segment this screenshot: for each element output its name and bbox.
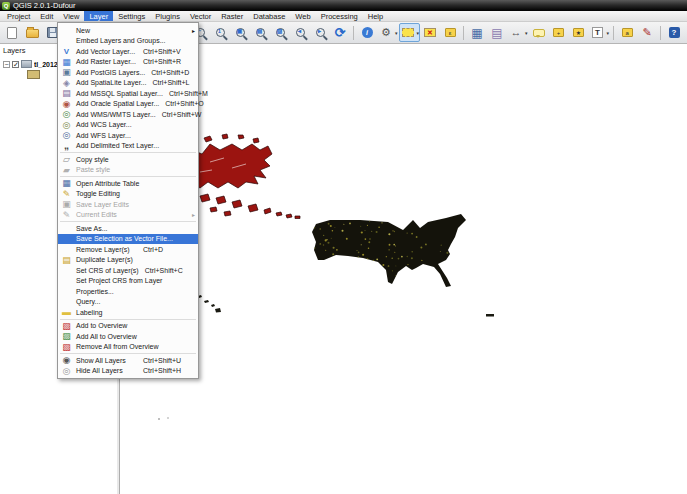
select-expression-icon: ε <box>445 28 456 37</box>
menubar-item-settings[interactable]: Settings <box>113 11 150 21</box>
map-tips-button[interactable] <box>529 23 549 42</box>
help-icon: ? <box>666 25 682 41</box>
menu-item-save-selection-as-vector-file[interactable]: Save Selection as Vector File... <box>58 234 198 245</box>
floppy-icon <box>47 27 58 38</box>
menu-item-hide-all-layers[interactable]: ◎Hide All LayersCtrl+Shift+H <box>58 366 198 377</box>
menu-item-open-attribute-table[interactable]: ▦Open Attribute Table <box>58 178 198 189</box>
contiguous-us-layer <box>312 214 466 287</box>
dropdown-caret-icon[interactable]: ▾ <box>417 30 420 36</box>
menu-item-labeling[interactable]: ▬Labeling <box>58 307 198 318</box>
magnifier-selection-icon-glyph: ▨ <box>277 28 283 34</box>
add-all-to-overview-icon: ▨ <box>60 331 73 341</box>
menubar-item-plugins[interactable]: Plugins <box>150 11 185 21</box>
dropdown-caret-icon[interactable]: ▾ <box>607 30 610 36</box>
menu-item-query[interactable]: Query... <box>58 297 198 308</box>
menubar-item-raster[interactable]: Raster <box>216 11 248 21</box>
menubar-item-layer[interactable]: Layer <box>84 11 113 21</box>
no-pen-icon: ✎ <box>642 27 651 38</box>
expand-collapse-icon[interactable]: − <box>3 61 10 68</box>
dropdown-caret-icon[interactable]: ▾ <box>525 30 528 36</box>
attribute-table-icon: ▦ <box>469 25 485 41</box>
show-all-layers-icon: ◉ <box>63 355 71 365</box>
menu-item-add-spatialite-layer[interactable]: ◈Add SpatiaLite Layer...Ctrl+Shift+L <box>58 78 198 89</box>
qgis-app-icon: Q <box>2 2 10 10</box>
menubar-item-project[interactable]: Project <box>2 11 35 21</box>
show-bookmarks-button[interactable]: ★ <box>569 23 589 42</box>
menu-item-embed-layers-and-groups[interactable]: Embed Layers and Groups... <box>58 36 198 47</box>
menu-item-add-all-to-overview[interactable]: ▨Add All to Overview <box>58 331 198 342</box>
select-by-expression-button[interactable]: ε <box>440 23 460 42</box>
menu-item-save-as[interactable]: Save As... <box>58 223 198 234</box>
menu-item-add-raster-layer[interactable]: ▦Add Raster Layer...Ctrl+Shift+R <box>58 57 198 68</box>
field-calculator-button[interactable]: ▤ <box>487 23 507 42</box>
menu-item-remove-layer-s[interactable]: Remove Layer(s)Ctrl+D <box>58 244 198 255</box>
menu-item-add-delimited-text-layer[interactable]: „Add Delimited Text Layer... <box>58 141 198 152</box>
menu-item-add-postgis-layers[interactable]: ▣Add PostGIS Layers...Ctrl+Shift+D <box>58 67 198 78</box>
dropdown-caret-icon[interactable]: ▾ <box>395 30 398 36</box>
menu-item-set-crs-of-layer-s[interactable]: Set CRS of Layer(s)Ctrl+Shift+C <box>58 265 198 276</box>
menu-item-shortcut: Ctrl+Shift+C <box>145 267 188 274</box>
menu-item-properties[interactable]: Properties... <box>58 286 198 297</box>
open-project-button[interactable] <box>22 23 42 42</box>
add-vector-layer-icon: V <box>60 46 73 56</box>
field-calculator-icon: ▤ <box>489 25 505 41</box>
add-to-overview-icon: ▧ <box>62 321 71 331</box>
menubar-item-help[interactable]: Help <box>363 11 388 21</box>
select-rectangle-icon <box>402 28 414 37</box>
magnifier-forward-icon: ▸ <box>316 28 325 37</box>
toggle-editing-icon: ✎ <box>60 189 73 199</box>
menu-item-label: Save As... <box>76 225 108 232</box>
select-features-rectangle-button[interactable]: ▾ <box>399 23 421 42</box>
menu-item-add-wfs-layer[interactable]: ◎Add WFS Layer... <box>58 130 198 141</box>
menubar-item-processing[interactable]: Processing <box>316 11 363 21</box>
menu-item-remove-all-from-overview[interactable]: ▧Remove All from Overview <box>58 342 198 353</box>
layer-symbology-swatch[interactable] <box>27 70 40 79</box>
labeling-button[interactable]: a <box>617 23 637 42</box>
menu-item-set-project-crs-from-layer[interactable]: Set Project CRS from Layer <box>58 276 198 287</box>
menu-item-duplicate-layer-s[interactable]: ▤Duplicate Layer(s) <box>58 255 198 266</box>
run-feature-action-button[interactable]: ⚙▾ <box>377 23 399 42</box>
help-contents-button[interactable]: ? <box>664 23 684 42</box>
menu-item-label: Duplicate Layer(s) <box>76 256 133 263</box>
menu-item-add-to-overview[interactable]: ▧Add to Overview <box>58 321 198 332</box>
zoom-actual-size-button[interactable]: 1 <box>210 23 230 42</box>
add-spatialite-layer-icon: ◈ <box>60 78 73 88</box>
zoom-last-button[interactable]: ◂ <box>290 23 310 42</box>
menu-item-label: Properties... <box>76 288 114 295</box>
zoom-to-selection-button[interactable]: ▨ <box>270 23 290 42</box>
menu-item-toggle-editing[interactable]: ✎Toggle Editing <box>58 189 198 200</box>
zoom-next-button[interactable]: ▸ <box>310 23 330 42</box>
menu-item-no-icon <box>60 223 73 233</box>
menubar-item-web[interactable]: Web <box>290 11 315 21</box>
menubar-item-edit[interactable]: Edit <box>35 11 58 21</box>
zoom-full-extent-button[interactable]: ▣ <box>230 23 250 42</box>
open-attribute-table-button[interactable]: ▦ <box>467 23 487 42</box>
menubar-item-database[interactable]: Database <box>248 11 290 21</box>
folder-icon <box>26 29 39 38</box>
menu-item-add-vector-layer[interactable]: VAdd Vector Layer...Ctrl+Shift+V <box>58 46 198 57</box>
menu-item-current-edits: ✎Current Edits▸ <box>58 210 198 221</box>
measure-button[interactable]: ↔▾ <box>507 23 529 42</box>
new-project-button[interactable] <box>2 23 22 42</box>
style-button[interactable]: ✎ <box>637 23 657 42</box>
deselect-all-button[interactable]: ✕ <box>420 23 440 42</box>
menu-item-add-oracle-spatial-layer[interactable]: ◉Add Oracle Spatial Layer...Ctrl+Shift+O <box>58 99 198 110</box>
menubar-item-vector[interactable]: Vector <box>185 11 216 21</box>
menu-item-show-all-layers[interactable]: ◉Show All LayersCtrl+Shift+U <box>58 355 198 366</box>
menu-item-add-wms-wmts-layer[interactable]: ◎Add WMS/WMTS Layer...Ctrl+Shift+W <box>58 109 198 120</box>
identify-features-button[interactable]: i <box>357 23 377 42</box>
zoom-to-layer-button[interactable]: ▤ <box>250 23 270 42</box>
menu-item-new[interactable]: New▸ <box>58 25 198 36</box>
map-canvas[interactable] <box>120 44 687 494</box>
menu-item-add-mssql-spatial-layer[interactable]: ▤Add MSSQL Spatial Layer...Ctrl+Shift+M <box>58 88 198 99</box>
add-postgis-layers-icon: ▣ <box>62 67 71 77</box>
menu-item-copy-style[interactable]: ▱Copy style <box>58 154 198 165</box>
menu-item-add-wcs-layer[interactable]: ◎Add WCS Layer... <box>58 120 198 131</box>
menubar-item-view[interactable]: View <box>58 11 84 21</box>
new-bookmark-button[interactable]: + <box>549 23 569 42</box>
text-annotation-button[interactable]: T▾ <box>589 23 611 42</box>
add-oracle-layer-icon: ◉ <box>60 99 73 109</box>
menu-item-label: Add All to Overview <box>76 333 137 340</box>
refresh-map-button[interactable]: ⟳ <box>330 23 350 42</box>
layer-visibility-checkbox[interactable]: ✓ <box>12 61 19 68</box>
